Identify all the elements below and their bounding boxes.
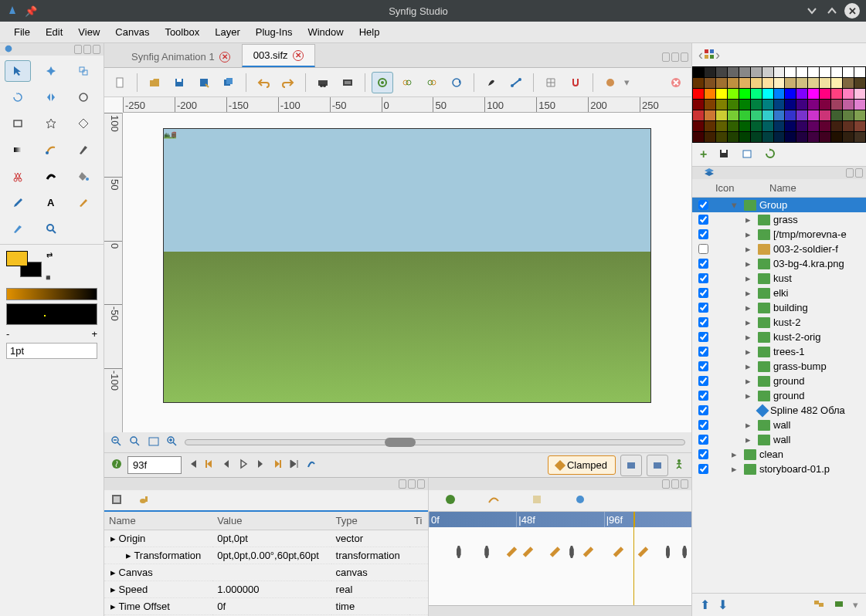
expand-icon[interactable]: ▾ bbox=[732, 199, 741, 211]
timeline-scrollbar[interactable] bbox=[429, 605, 691, 616]
expand-icon[interactable]: ▸ bbox=[745, 360, 755, 372]
expand-icon[interactable]: ▸ bbox=[745, 272, 755, 284]
palette-swatch[interactable] bbox=[843, 100, 854, 110]
layer-visible-checkbox[interactable] bbox=[698, 405, 708, 415]
circle-tool[interactable] bbox=[70, 86, 97, 108]
options-button[interactable] bbox=[599, 72, 621, 93]
palette-swatch[interactable] bbox=[785, 121, 796, 131]
scale-tool[interactable] bbox=[70, 60, 97, 82]
palette-swatch[interactable] bbox=[774, 89, 785, 99]
palette-swatch[interactable] bbox=[716, 89, 727, 99]
menu-canvas[interactable]: Canvas bbox=[107, 23, 157, 41]
mirror-tool[interactable] bbox=[38, 86, 64, 108]
palette-swatch[interactable] bbox=[762, 110, 773, 120]
save-as-button[interactable] bbox=[193, 72, 215, 93]
layer-row[interactable]: ▸03-bg-4.kra.png bbox=[692, 256, 866, 271]
palette-swatch[interactable] bbox=[808, 132, 819, 142]
expand-icon[interactable]: ▸ bbox=[732, 463, 741, 475]
go-start-icon[interactable] bbox=[186, 458, 199, 472]
layer-visible-checkbox[interactable] bbox=[698, 347, 708, 357]
keyframe-mode-icon[interactable] bbox=[647, 455, 668, 476]
palette-swatch[interactable] bbox=[762, 78, 773, 88]
layer-visible-checkbox[interactable] bbox=[698, 244, 708, 254]
open-palette-icon[interactable] bbox=[741, 147, 753, 162]
zoom-100-icon[interactable] bbox=[148, 435, 160, 450]
expand-icon[interactable]: ▸ bbox=[745, 287, 755, 299]
palette-swatch[interactable] bbox=[693, 100, 704, 110]
timeline-ruler[interactable]: 0f|48f|96f bbox=[429, 512, 691, 527]
palette-swatch[interactable] bbox=[854, 110, 865, 120]
palette-swatch[interactable] bbox=[751, 132, 762, 142]
layer-visible-checkbox[interactable] bbox=[698, 449, 708, 459]
keyframe-icon[interactable] bbox=[569, 546, 574, 558]
palette-swatch[interactable] bbox=[808, 67, 819, 77]
transform-tool[interactable] bbox=[5, 60, 31, 82]
frame-input[interactable] bbox=[127, 456, 182, 474]
eyedrop-tool[interactable] bbox=[5, 191, 31, 213]
palette-swatch[interactable] bbox=[762, 67, 773, 77]
palette-swatch[interactable] bbox=[820, 100, 830, 110]
palette-swatch[interactable] bbox=[705, 121, 715, 131]
expand-icon[interactable]: ▸ bbox=[732, 448, 741, 460]
palette-swatch[interactable] bbox=[762, 89, 773, 99]
param-row[interactable]: ▸ Canvascanvas bbox=[104, 564, 428, 581]
palette-swatch[interactable] bbox=[854, 89, 865, 99]
expand-icon[interactable]: ▸ bbox=[745, 258, 755, 269]
layer-visible-checkbox[interactable] bbox=[698, 317, 708, 327]
brush-tool[interactable] bbox=[5, 218, 31, 239]
onion-past-button[interactable] bbox=[396, 72, 418, 93]
expand-icon[interactable]: ▸ bbox=[745, 214, 755, 225]
layer-visible-checkbox[interactable] bbox=[698, 376, 708, 386]
waypoint-icon[interactable] bbox=[550, 547, 560, 557]
palette-swatch[interactable] bbox=[693, 132, 704, 142]
menu-window[interactable]: Window bbox=[300, 23, 351, 41]
waypoint-icon[interactable] bbox=[507, 547, 517, 557]
layer-row[interactable]: ▸elki bbox=[692, 286, 866, 300]
param-row[interactable]: ▸ Transformation0pt,0pt,0.00°,60pt,60ptt… bbox=[104, 547, 428, 564]
timeline-body[interactable] bbox=[429, 527, 691, 605]
feather-button[interactable] bbox=[481, 72, 502, 93]
palette-swatch[interactable] bbox=[820, 121, 830, 131]
swap-colors-icon[interactable]: ⇄ bbox=[46, 251, 53, 259]
undo-button[interactable] bbox=[253, 72, 274, 93]
palette-swatch[interactable] bbox=[716, 78, 727, 88]
palette-swatch[interactable] bbox=[762, 132, 773, 142]
layer-row[interactable]: Spline 482 Обла bbox=[692, 403, 866, 418]
palette-swatch[interactable] bbox=[796, 67, 807, 77]
palette-swatch[interactable] bbox=[785, 67, 796, 77]
palette-swatch[interactable] bbox=[751, 100, 762, 110]
layer-row[interactable]: ▸[/tmp/morevna-e bbox=[692, 227, 866, 242]
canvas-frame[interactable] bbox=[163, 128, 651, 403]
palette-swatch[interactable] bbox=[728, 78, 739, 88]
palette-swatch[interactable] bbox=[796, 78, 807, 88]
clamped-button[interactable]: Clamped bbox=[548, 455, 616, 475]
menu-plug-ins[interactable]: Plug-Ins bbox=[248, 23, 301, 41]
onion-future-button[interactable] bbox=[421, 72, 443, 93]
palette-swatch[interactable] bbox=[774, 132, 785, 142]
draw-tool[interactable] bbox=[70, 139, 97, 161]
palette-swatch[interactable] bbox=[705, 110, 715, 120]
layer-visible-checkbox[interactable] bbox=[698, 361, 708, 371]
params-tab-icon[interactable] bbox=[110, 493, 123, 508]
palette-swatch[interactable] bbox=[751, 121, 762, 131]
zoom-slider[interactable] bbox=[185, 439, 685, 445]
palette-swatch[interactable] bbox=[739, 78, 750, 88]
layer-row[interactable]: ▸ground bbox=[692, 374, 866, 388]
layer-visible-checkbox[interactable] bbox=[698, 288, 708, 298]
text-tool[interactable]: A bbox=[38, 191, 64, 213]
expand-icon[interactable]: ▸ bbox=[745, 331, 755, 343]
new-layer-icon[interactable] bbox=[833, 597, 845, 612]
palette-swatch[interactable] bbox=[774, 110, 785, 120]
expand-icon[interactable]: ▸ bbox=[745, 228, 755, 240]
palette-swatch[interactable] bbox=[739, 67, 750, 77]
keyframe-track[interactable] bbox=[429, 543, 691, 561]
palette-swatch[interactable] bbox=[785, 132, 796, 142]
gradient-preview[interactable] bbox=[6, 288, 97, 300]
new-file-button[interactable] bbox=[109, 72, 131, 93]
layer-row[interactable]: ▸ground bbox=[692, 388, 866, 403]
next-key-icon[interactable] bbox=[271, 458, 284, 472]
palette-swatch[interactable] bbox=[739, 121, 750, 131]
palette-swatch[interactable] bbox=[820, 67, 830, 77]
zoom-in-icon[interactable] bbox=[166, 435, 178, 450]
sketch-tool[interactable] bbox=[70, 191, 97, 213]
